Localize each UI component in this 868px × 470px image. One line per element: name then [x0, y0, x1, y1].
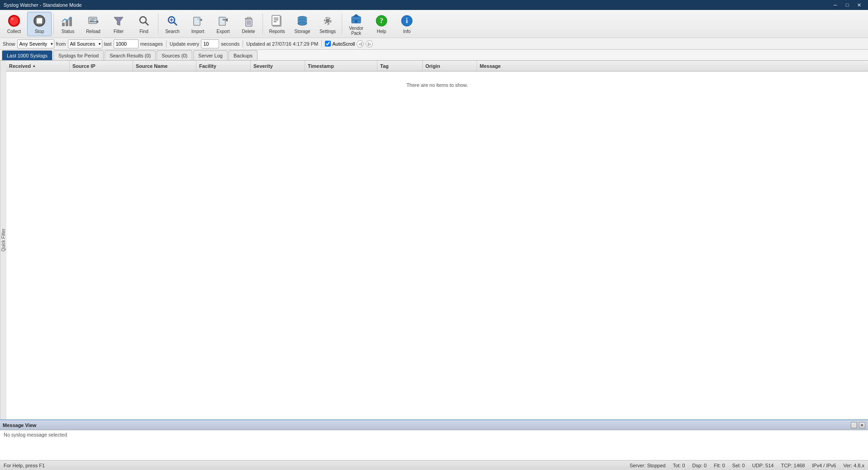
status-button[interactable]: Status: [56, 12, 80, 36]
no-selection-text: No syslog message selected: [4, 432, 67, 437]
find-button[interactable]: Find: [132, 12, 156, 36]
col-facility-label: Facility: [199, 63, 216, 69]
tab-serverlog[interactable]: Server Log: [193, 50, 228, 60]
info-button[interactable]: i Info: [395, 12, 419, 36]
tab-last1000[interactable]: Last 1000 Syslogs: [2, 50, 52, 60]
toolbar: Collect Stop Status: [0, 10, 868, 38]
status-label: Status: [62, 29, 74, 34]
quick-filter-label: Quick Filter: [1, 228, 6, 252]
reports-button[interactable]: Reports: [265, 12, 289, 36]
stop-button[interactable]: Stop: [27, 12, 52, 36]
stop-icon: [32, 14, 47, 28]
svg-text:i: i: [406, 17, 408, 24]
tab-last1000-label: Last 1000 Syslogs: [7, 53, 48, 58]
delete-button[interactable]: Delete: [236, 12, 261, 36]
filter-sep-3: [321, 40, 322, 47]
collect-icon: [7, 14, 21, 28]
svg-marker-14: [114, 17, 123, 25]
sources-dropdown[interactable]: All Sources: [68, 39, 102, 48]
col-header-timestamp[interactable]: Timestamp: [305, 61, 377, 71]
col-header-facility[interactable]: Facility: [196, 61, 251, 71]
data-table-container: Received ▲ Source IP Source Name Facilit…: [6, 61, 868, 419]
nav-prev-button[interactable]: ◁: [357, 40, 364, 47]
svg-line-16: [145, 22, 148, 25]
toolbar-sep-3: [262, 13, 263, 35]
sort-arrow-received: ▲: [32, 64, 36, 68]
svg-rect-10: [90, 19, 95, 19]
udp-stat: UDP: 514: [752, 463, 774, 468]
import-button[interactable]: Import: [186, 12, 210, 36]
svg-rect-5: [37, 18, 42, 24]
find-label: Find: [139, 29, 148, 34]
tcp-value: 1468: [794, 463, 805, 468]
toolbar-sep-2: [158, 13, 158, 35]
close-button[interactable]: ✕: [854, 1, 864, 9]
col-header-tag[interactable]: Tag: [377, 61, 423, 71]
import-icon: [191, 14, 205, 28]
message-view: Message View ⬜ ✕ No syslog message selec…: [0, 419, 868, 460]
tab-sources[interactable]: Sources (0): [157, 50, 192, 60]
col-header-severity[interactable]: Severity: [251, 61, 305, 71]
svg-point-2: [11, 18, 14, 20]
svg-rect-21: [194, 17, 200, 25]
collect-button[interactable]: Collect: [2, 12, 26, 36]
col-tag-label: Tag: [380, 63, 389, 69]
storage-label: Storage: [294, 29, 310, 34]
svg-marker-12: [97, 20, 99, 24]
svg-marker-24: [201, 19, 202, 21]
severity-dropdown[interactable]: Any Severity: [17, 39, 54, 48]
col-origin-label: Origin: [425, 63, 440, 69]
tab-period[interactable]: Syslogs for Period: [53, 50, 104, 60]
search-button[interactable]: Search: [160, 12, 185, 36]
svg-rect-25: [219, 17, 225, 25]
help-button[interactable]: ? Help: [369, 12, 394, 36]
autoscroll-text: AutoScroll: [332, 41, 355, 47]
export-button[interactable]: Export: [211, 12, 235, 36]
stop-label: Stop: [35, 29, 44, 34]
minimize-button[interactable]: ─: [830, 1, 841, 9]
update-value-input[interactable]: [201, 39, 219, 48]
flt-label: Flt:: [714, 463, 720, 468]
reports-label: Reports: [269, 29, 285, 34]
messages-label: messages: [140, 41, 163, 47]
storage-icon: [295, 14, 310, 28]
message-view-resize-button[interactable]: ⬜: [851, 422, 857, 428]
updated-value: 27/07/16 4:17:29 PM: [272, 41, 318, 47]
autoscroll-checkbox[interactable]: [325, 41, 331, 47]
svg-rect-6: [62, 23, 65, 26]
svg-point-15: [140, 17, 146, 23]
col-header-received[interactable]: Received ▲: [6, 61, 70, 71]
import-label: Import: [191, 29, 204, 34]
nav-next-button[interactable]: ▷: [366, 40, 373, 47]
delete-label: Delete: [242, 29, 255, 34]
tab-searchresults[interactable]: Search Results (0): [105, 50, 156, 60]
toolbar-sep-4: [342, 13, 342, 35]
filter-button[interactable]: Filter: [106, 12, 131, 36]
restore-button[interactable]: □: [842, 1, 853, 9]
message-view-close-button[interactable]: ✕: [859, 422, 865, 428]
info-label: Info: [403, 29, 411, 34]
help-label: Help: [377, 29, 386, 34]
tab-backups[interactable]: Backups: [229, 50, 258, 60]
flt-stat: Flt: 0: [714, 463, 725, 468]
storage-button[interactable]: Storage: [290, 12, 315, 36]
vendor-button[interactable]: Vendor Pack: [344, 12, 368, 36]
settings-button[interactable]: Settings: [315, 12, 340, 36]
tcp-stat: TCP: 1468: [781, 463, 805, 468]
reload-button[interactable]: Reload: [81, 12, 105, 36]
sel-stat: Sel: 0: [732, 463, 745, 468]
from-label: from: [56, 41, 66, 47]
col-header-origin[interactable]: Origin: [423, 61, 477, 71]
title-bar-text: Syslog Watcher - Standalone Mode: [4, 2, 82, 8]
col-header-source-name[interactable]: Source Name: [133, 61, 196, 71]
sources-select-wrap: All Sources: [68, 39, 102, 48]
tot-value: 0: [682, 463, 685, 468]
quick-filter-sidebar[interactable]: Quick Filter: [0, 61, 6, 419]
last-value-input[interactable]: [114, 39, 138, 48]
svg-line-18: [174, 22, 177, 25]
col-header-message[interactable]: Message: [477, 61, 868, 71]
col-header-source-ip[interactable]: Source IP: [70, 61, 133, 71]
filter-icon: [111, 14, 126, 28]
svg-marker-52: [353, 14, 360, 17]
svg-rect-32: [247, 17, 251, 19]
